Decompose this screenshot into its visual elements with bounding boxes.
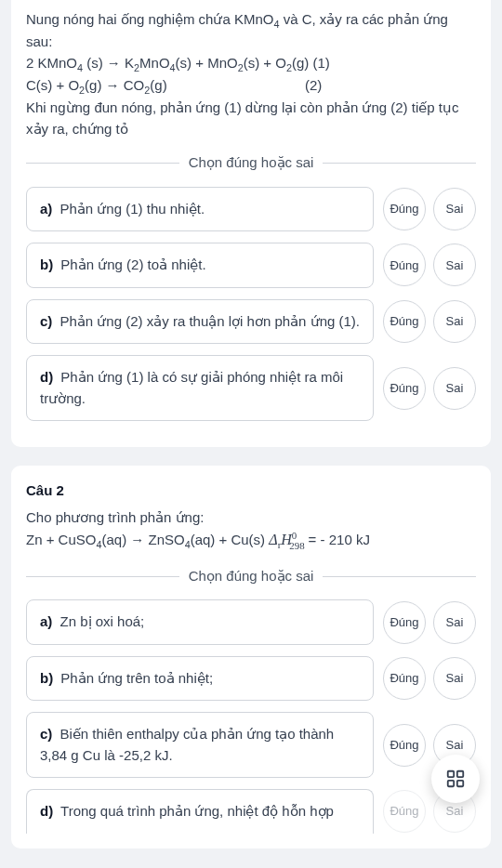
option-label: b) [40,670,53,686]
true-button[interactable]: Đúng [383,243,426,286]
q1-option-a-row: a) Phản ứng (1) thu nhiệt. Đúng Sai [26,187,476,232]
text: (s) + MnO [176,55,238,71]
option-text: Biến thiên enthalpy của phản ứng tạo thà… [40,726,334,763]
enthalpy-symbol: ΔrH0298 [269,532,308,547]
text: (g) (1) [292,55,330,71]
true-button[interactable]: Đúng [383,188,426,230]
text: Nung nóng hai ống nghiệm chứa KMnO [26,11,273,27]
button-group: Đúng Sai [383,187,476,232]
text: MnO [139,55,170,71]
q2-stem: Cho phương trình phản ứng: Zn + CuSO4(aq… [26,507,476,553]
text: (2) [305,77,322,93]
false-button[interactable]: Sai [433,601,476,644]
button-group: Đúng Sai [383,243,476,288]
delta: Δ [269,532,277,547]
option-text: Phản ứng (1) là có sự giải phóng nhiệt r… [40,369,343,406]
divider-line [323,163,476,164]
true-button[interactable]: Đúng [383,367,426,410]
button-group: Đúng Sai [383,355,476,421]
true-button[interactable]: Đúng [383,724,426,767]
option-label: b) [40,256,53,272]
option-text: Phản ứng trên toả nhiệt; [57,670,213,686]
false-button[interactable]: Sai [433,300,476,343]
option-label: d) [40,369,53,385]
grid-icon [445,769,466,789]
true-button[interactable]: Đúng [383,300,426,343]
text: (s) + O [244,55,286,71]
button-group: Đúng Sai [383,599,476,645]
text: C(s) + O [26,77,79,93]
q1-option-c-text: c) Phản ứng (2) xảy ra thuận lợi hơn phả… [26,299,374,345]
q2-option-d-text: d) Trong quá trình phản ứng, nhiệt độ hỗ… [26,789,374,834]
true-button[interactable]: Đúng [383,601,426,644]
option-label: c) [40,313,52,329]
divider-label: Chọn đúng hoặc sai [189,566,314,587]
button-group: Đúng Sai [383,299,476,345]
option-text: Zn bị oxi hoá; [56,613,144,629]
option-text: Phản ứng (1) thu nhiệt. [56,201,205,217]
instruction-divider: Chọn đúng hoặc sai [26,566,476,587]
false-button[interactable]: Sai [433,243,476,286]
q2-title: Câu 2 [26,480,476,502]
svg-rect-1 [457,771,463,777]
enthalpy-value: = - 210 kJ [309,532,370,547]
divider-line [26,576,179,577]
question-2-card: Câu 2 Cho phương trình phản ứng: Zn + Cu… [11,466,491,848]
text: (g) [150,77,166,93]
question-1-card: Nung nóng hai ống nghiệm chứa KMnO4 và C… [11,0,491,447]
q1-option-a-text: a) Phản ứng (1) thu nhiệt. [26,187,374,232]
q2-option-c-row: c) Biến thiên enthalpy của phản ứng tạo … [26,712,476,778]
q2-option-b-row: b) Phản ứng trên toả nhiệt; Đúng Sai [26,656,476,702]
instruction-divider: Chọn đúng hoặc sai [26,152,476,174]
q2-option-d-row: d) Trong quá trình phản ứng, nhiệt độ hỗ… [26,789,476,834]
svg-rect-0 [448,771,454,777]
false-button[interactable]: Sai [433,188,476,230]
option-label: d) [40,803,53,819]
option-label: c) [40,726,52,742]
divider-line [26,163,179,164]
option-text: Phản ứng (2) toả nhiệt. [57,256,205,272]
apps-fab[interactable] [431,755,480,803]
q2-option-a-text: a) Zn bị oxi hoá; [26,599,374,645]
q1-option-c-row: c) Phản ứng (2) xảy ra thuận lợi hơn phả… [26,299,476,345]
true-button[interactable]: Đúng [383,657,426,700]
option-text: Trong quá trình phản ứng, nhiệt độ hỗn h… [57,803,334,819]
q1-option-b-row: b) Phản ứng (2) toả nhiệt. Đúng Sai [26,243,476,288]
text: Cho phương trình phản ứng: [26,509,204,525]
svg-rect-2 [448,781,454,786]
q1-option-b-text: b) Phản ứng (2) toả nhiệt. [26,243,374,288]
q1-option-d-text: d) Phản ứng (1) là có sự giải phóng nhiệ… [26,355,374,421]
button-group: Đúng Sai [383,656,476,702]
text: Khi ngừng đun nóng, phản ứng (1) dừng lạ… [26,99,458,137]
subscript-298: 298 [289,540,304,551]
divider-label: Chọn đúng hoặc sai [189,152,314,174]
q1-option-d-row: d) Phản ứng (1) là có sự giải phóng nhiệ… [26,355,476,421]
svg-rect-3 [457,781,463,786]
option-label: a) [40,201,52,217]
q1-stem: Nung nóng hai ống nghiệm chứa KMnO4 và C… [26,9,476,139]
text: (s) → K [83,55,134,71]
false-button[interactable]: Sai [433,367,476,410]
q2-option-a-row: a) Zn bị oxi hoá; Đúng Sai [26,599,476,645]
text: Zn + CuSO [26,532,96,547]
q2-option-c-text: c) Biến thiên enthalpy của phản ứng tạo … [26,712,374,778]
q2-option-b-text: b) Phản ứng trên toả nhiệt; [26,656,374,702]
divider-line [323,576,476,577]
text: (g) → CO [85,77,144,93]
option-label: a) [40,613,52,629]
text: (aq) + Cu(s) [191,532,270,547]
option-text: Phản ứng (2) xảy ra thuận lợi hơn phản ứ… [56,313,360,329]
text: 2 KMnO [26,55,77,71]
text: (aq) → ZnSO [101,532,184,547]
true-button[interactable]: Đúng [383,790,426,833]
false-button[interactable]: Sai [433,657,476,700]
